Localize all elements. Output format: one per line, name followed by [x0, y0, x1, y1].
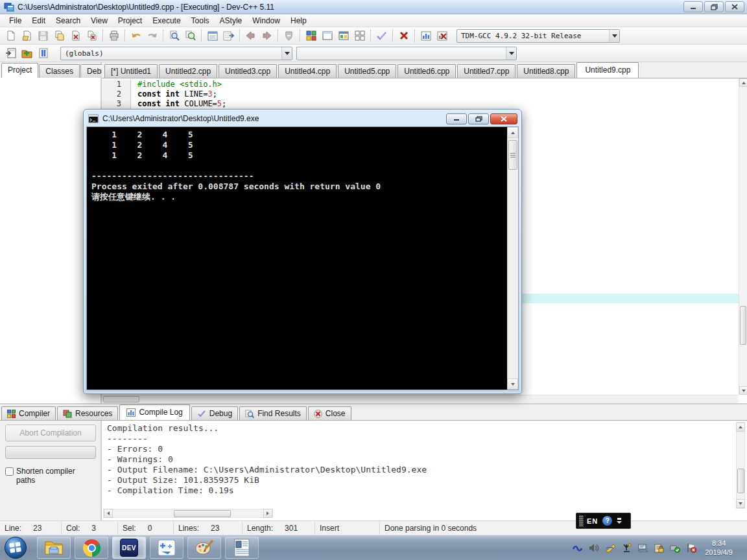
tab-close-panel[interactable]: Close [308, 406, 351, 420]
tab-find-results[interactable]: Find Results [239, 406, 307, 420]
scroll-down-button[interactable] [739, 386, 747, 395]
find-button[interactable] [166, 29, 182, 43]
forward-button[interactable] [259, 29, 275, 43]
rebuild-all-button[interactable] [351, 29, 368, 43]
console-minimize-button[interactable] [446, 113, 467, 124]
minimize-button[interactable] [683, 1, 703, 12]
taskbar-explorer[interactable] [37, 537, 71, 559]
add-file-button[interactable] [19, 46, 35, 61]
language-bar[interactable]: EN ? [576, 513, 631, 529]
editor-vertical-scrollbar[interactable] [739, 78, 747, 395]
console-close-button[interactable] [490, 113, 517, 124]
scroll-up-button[interactable] [507, 127, 518, 138]
graphics-tray-icon[interactable] [622, 543, 632, 553]
abort-compilation-button[interactable]: Abort Compilation [5, 425, 96, 441]
language-pref-icon[interactable] [605, 543, 616, 553]
new-file-button[interactable] [3, 29, 19, 43]
volume-icon[interactable] [589, 543, 599, 553]
help-icon[interactable]: ? [602, 516, 612, 526]
close-file-button[interactable] [67, 29, 84, 43]
taskbar-clock[interactable]: 8:34 2019/4/9 [702, 539, 738, 557]
tab-untitled8[interactable]: Untitled8.cpp [517, 64, 575, 78]
new-source-button[interactable] [3, 46, 19, 61]
scroll-thumb[interactable] [174, 510, 231, 517]
menu-project[interactable]: Project [113, 15, 147, 27]
stop-execution-button[interactable] [396, 29, 412, 43]
open-file-button[interactable] [19, 29, 35, 43]
compile-log-view[interactable]: Compilation results... -------- - Errors… [102, 421, 747, 520]
drag-handle-icon[interactable] [579, 515, 584, 526]
tab-untitled1[interactable]: [*] Untitled1 [104, 64, 158, 78]
console-body[interactable]: 1 2 4 5 1 2 4 5 1 2 4 5 ----------------… [86, 126, 519, 390]
find-in-files-button[interactable] [182, 29, 198, 43]
menu-window[interactable]: Window [247, 15, 285, 27]
menu-tools[interactable]: Tools [186, 15, 215, 27]
menu-file[interactable]: File [4, 15, 27, 27]
replace-button[interactable] [204, 29, 220, 43]
taskbar-chrome[interactable] [75, 537, 108, 559]
console-titlebar[interactable]: C:\Users\Administrator\Desktop\Untitled9… [86, 112, 519, 126]
menu-help[interactable]: Help [285, 15, 312, 27]
taskbar-devcpp[interactable]: DEV [112, 537, 146, 559]
tab-classes[interactable]: Classes [39, 64, 80, 78]
scroll-thumb[interactable] [740, 306, 746, 345]
save-button[interactable] [35, 29, 51, 43]
menu-edit[interactable]: Edit [27, 15, 51, 27]
shorten-paths-checkbox[interactable] [5, 467, 14, 476]
compiler-select-arrow[interactable] [609, 30, 619, 42]
console-restore-button[interactable] [468, 113, 489, 124]
tab-resources[interactable]: Resources [57, 406, 118, 420]
globals-select-arrow[interactable] [281, 47, 292, 60]
close-all-button[interactable] [84, 29, 100, 43]
compiler-select[interactable]: TDM-GCC 4.9.2 32-bit Release [456, 29, 620, 43]
menu-search[interactable]: Search [51, 15, 86, 27]
menu-view[interactable]: View [86, 15, 113, 27]
syntax-check-button[interactable] [374, 29, 390, 43]
abort-button-toolbar[interactable] [281, 29, 297, 43]
save-all-button[interactable] [51, 29, 67, 43]
goto-line-button[interactable] [220, 29, 237, 43]
members-select[interactable] [296, 47, 517, 60]
taskbar-paint[interactable] [187, 537, 221, 559]
members-select-arrow[interactable] [506, 47, 516, 60]
back-button[interactable] [243, 29, 259, 43]
taskbar-input-tool[interactable] [150, 537, 184, 559]
scroll-up-button[interactable] [736, 423, 745, 432]
language-indicator[interactable]: EN [587, 517, 598, 525]
log-vertical-scrollbar[interactable] [736, 422, 745, 509]
taskbar-writer[interactable] [225, 537, 259, 559]
language-options-button[interactable] [617, 518, 622, 524]
scroll-up-button[interactable] [739, 78, 747, 87]
editor-horizontal-scrollbar[interactable] [102, 395, 739, 403]
profile-button[interactable] [418, 29, 434, 43]
tab-debug[interactable]: Debug [191, 406, 238, 420]
menu-astyle[interactable]: AStyle [215, 15, 248, 27]
compile-button[interactable] [303, 29, 319, 43]
menu-execute[interactable]: Execute [147, 15, 185, 27]
tab-compiler[interactable]: Compiler [1, 406, 56, 420]
action-center-flag-icon[interactable] [686, 543, 696, 553]
ime-mode-icon[interactable] [572, 543, 583, 552]
redo-button[interactable] [144, 29, 160, 43]
scroll-thumb[interactable] [508, 140, 517, 170]
shorten-paths-option[interactable]: Shorten compiler paths [5, 467, 95, 485]
scroll-down-button[interactable] [736, 499, 745, 508]
tab-untitled5[interactable]: Untitled5.cpp [338, 64, 396, 78]
scroll-right-button[interactable] [263, 509, 272, 518]
tab-project[interactable]: Project [1, 63, 38, 78]
tab-untitled3[interactable]: Untitled3.cpp [219, 64, 277, 78]
compile-run-button[interactable] [335, 29, 351, 43]
tab-untitled7[interactable]: Untitled7.cpp [457, 64, 516, 78]
hardware-tray-icon[interactable] [637, 543, 648, 552]
console-scrollbar[interactable] [507, 127, 518, 390]
security-lock-icon[interactable] [654, 543, 664, 553]
scroll-thumb[interactable] [103, 396, 139, 402]
tab-compile-log[interactable]: Compile Log [119, 404, 189, 420]
log-horizontal-scrollbar[interactable] [103, 509, 273, 518]
tab-untitled2[interactable]: Untitled2.cpp [159, 64, 217, 78]
run-button[interactable] [319, 29, 335, 43]
tab-untitled9[interactable]: Untitled9.cpp [576, 62, 639, 78]
usb-eject-icon[interactable] [670, 543, 680, 553]
globals-select[interactable]: (globals) [60, 47, 292, 60]
close-button[interactable] [725, 1, 744, 12]
